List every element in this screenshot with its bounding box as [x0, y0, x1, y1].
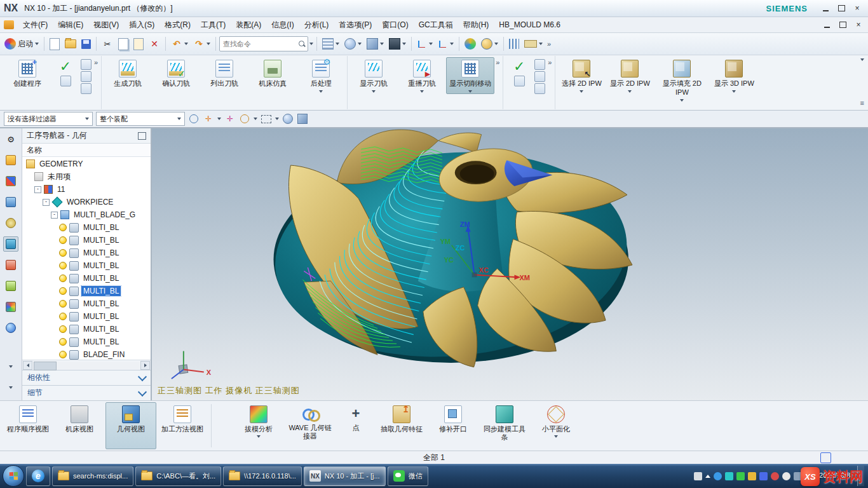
close-button[interactable]: × — [850, 3, 864, 14]
graphics-viewport[interactable]: ZM YM ZC YC XC XM X 正三轴测图 工作 摄像机 正三轴测图 — [152, 128, 868, 400]
draft-analysis-button[interactable]: 拔模分析 — [233, 402, 284, 449]
tree-item-operation-selected[interactable]: MULTI_BL — [22, 285, 151, 297]
snap-point-button[interactable]: ✛ — [203, 113, 214, 125]
show-2d-ipw-button[interactable]: 显示 2D IPW — [606, 57, 654, 94]
machining-feature-navigator-button[interactable] — [3, 257, 18, 273]
cut-button[interactable]: ✂ — [100, 36, 115, 51]
collapse-icon[interactable]: - — [51, 212, 58, 219]
menu-format[interactable]: 格式(R) — [159, 18, 196, 32]
menu-window[interactable]: 窗口(O) — [377, 18, 413, 32]
status-notification-icon[interactable] — [820, 452, 831, 463]
visibility-lightbulb-icon[interactable] — [59, 224, 67, 231]
roles-gear-button[interactable]: ⚙ — [3, 132, 18, 147]
menu-tools[interactable]: 工具(T) — [196, 18, 231, 32]
select-2d-ipw-button[interactable]: ↖ 选择 2D IPW — [557, 57, 606, 94]
list-toolpath-button[interactable]: 列出刀轨 — [200, 57, 248, 90]
dependencies-panel-header[interactable]: 相依性 — [22, 370, 151, 385]
tree-item-multi-blade-geom[interactable]: -MULTI_BLADE_G — [22, 208, 151, 221]
minimize-button[interactable] — [818, 3, 832, 14]
verify-toolpath-button[interactable]: ✓ 确认刀轨 — [152, 57, 200, 90]
ribbon-collapse-caret[interactable] — [860, 58, 864, 61]
tray-icon-red[interactable] — [771, 472, 779, 480]
doc-close-button[interactable]: × — [851, 19, 865, 30]
mini-icon-3[interactable] — [81, 83, 92, 94]
resourcebar-chevron-1[interactable] — [3, 359, 18, 374]
assembly-navigator-button[interactable] — [3, 152, 18, 168]
facet-button[interactable]: 小平面化 — [531, 402, 581, 449]
visibility-lightbulb-icon[interactable] — [59, 351, 67, 358]
visibility-lightbulb-icon[interactable] — [59, 236, 67, 244]
save-button[interactable] — [79, 36, 93, 51]
menu-assembly[interactable]: 装配(A) — [231, 18, 266, 32]
scroll-left-button[interactable] — [23, 361, 32, 370]
search-icon[interactable] — [299, 41, 306, 48]
ie-taskbar-button[interactable]: e — [26, 466, 50, 486]
patch-opening-button[interactable]: 修补开口 — [428, 402, 478, 449]
scroll-thumb[interactable] — [34, 362, 57, 370]
measure-button[interactable] — [522, 36, 545, 51]
menu-gc-toolbox[interactable]: GC工具箱 — [414, 18, 458, 32]
menu-help[interactable]: 帮助(H) — [458, 18, 494, 32]
point-button[interactable]: +点 — [336, 402, 376, 449]
tree-item-operation[interactable]: MULTI_BL — [22, 297, 151, 310]
constraint-navigator-button[interactable] — [3, 173, 18, 189]
machining-method-view-button[interactable]: 加工方法视图 — [157, 402, 208, 449]
visibility-lightbulb-icon[interactable] — [59, 274, 67, 282]
reuse-library-button[interactable] — [3, 215, 18, 231]
start-menu-button[interactable]: 启动 — [3, 36, 41, 51]
view-orient-button[interactable] — [365, 36, 386, 51]
menu-information[interactable]: 信息(I) — [266, 18, 299, 32]
mini-icon-2[interactable] — [534, 71, 545, 82]
visibility-lightbulb-icon[interactable] — [59, 313, 67, 320]
redo-button[interactable]: ↷ — [191, 36, 212, 51]
tree-item-workpiece[interactable]: -WORKPIECE — [22, 196, 151, 208]
wave-geometry-linker-button[interactable]: WAVE 几何链接器 — [285, 402, 336, 449]
spin-button[interactable] — [479, 36, 500, 51]
mini-icon-1[interactable] — [81, 59, 92, 70]
menu-analysis[interactable]: 分析(L) — [299, 18, 334, 32]
shaded-view-button[interactable] — [282, 113, 294, 125]
check-geometry-button[interactable]: ✓ — [505, 57, 533, 88]
tray-icon-indigo[interactable] — [759, 472, 768, 480]
geometry-view-button[interactable]: 几何视图 — [105, 402, 156, 449]
tree-item-geometry[interactable]: GEOMETRY — [22, 158, 151, 170]
details-panel-header[interactable]: 细节 — [22, 385, 151, 400]
tree-horizontal-scrollbar[interactable] — [22, 360, 151, 370]
mini-icon-1[interactable] — [534, 59, 545, 70]
operation-navigator-button[interactable] — [3, 236, 18, 252]
open-file-button[interactable] — [63, 36, 78, 51]
mini-icon-2[interactable] — [81, 71, 92, 82]
taskbar-window-network[interactable]: \\172.16.0.118\... — [223, 466, 302, 486]
show-3d-ipw-button[interactable]: 显示 3D IPW — [710, 57, 758, 94]
taskbar-window-abc[interactable]: C:\ABC\—看。刘... — [135, 466, 221, 486]
restore-button[interactable] — [834, 3, 848, 14]
part-navigator-button[interactable] — [3, 194, 18, 210]
menu-hb-mould[interactable]: HB_MOULD M6.6 — [494, 18, 566, 31]
start-orb-button[interactable] — [3, 465, 24, 487]
scroll-track[interactable] — [33, 362, 140, 369]
visibility-lightbulb-icon[interactable] — [59, 249, 67, 257]
background-button[interactable] — [387, 36, 408, 51]
ribbon-menu[interactable]: ≡ — [859, 99, 865, 107]
doc-minimize-button[interactable] — [820, 19, 834, 30]
impeller-3d-model[interactable]: ZM YM ZC YC XC XM X — [152, 128, 868, 400]
scroll-right-button[interactable] — [140, 361, 150, 370]
collapse-icon[interactable]: - — [34, 186, 41, 193]
tree-item-operation[interactable]: MULTI_BL — [22, 221, 151, 234]
menu-edit[interactable]: 编辑(E) — [53, 18, 88, 32]
palette-button[interactable] — [3, 299, 18, 315]
menu-file[interactable]: 文件(F) — [18, 18, 53, 32]
render-style-button[interactable] — [342, 36, 363, 51]
machine-tool-view-button[interactable]: 机床视图 — [54, 402, 105, 449]
extract-geometry-button[interactable]: 抽取几何特征 — [376, 402, 427, 449]
tree-item-blade-finish[interactable]: BLADE_FIN — [22, 348, 151, 360]
web-browser-button[interactable] — [3, 320, 18, 336]
menu-insert[interactable]: 插入(S) — [124, 18, 159, 32]
chevron-down-icon[interactable] — [254, 118, 257, 120]
tray-icon-green[interactable] — [736, 472, 745, 480]
visibility-lightbulb-icon[interactable] — [59, 262, 67, 269]
show-cutting-motion-button[interactable]: 显示切削移动 — [446, 57, 494, 94]
menu-preferences[interactable]: 首选项(P) — [334, 18, 377, 32]
view-triad[interactable]: X — [172, 351, 212, 379]
undock-panel-icon[interactable] — [138, 132, 146, 140]
